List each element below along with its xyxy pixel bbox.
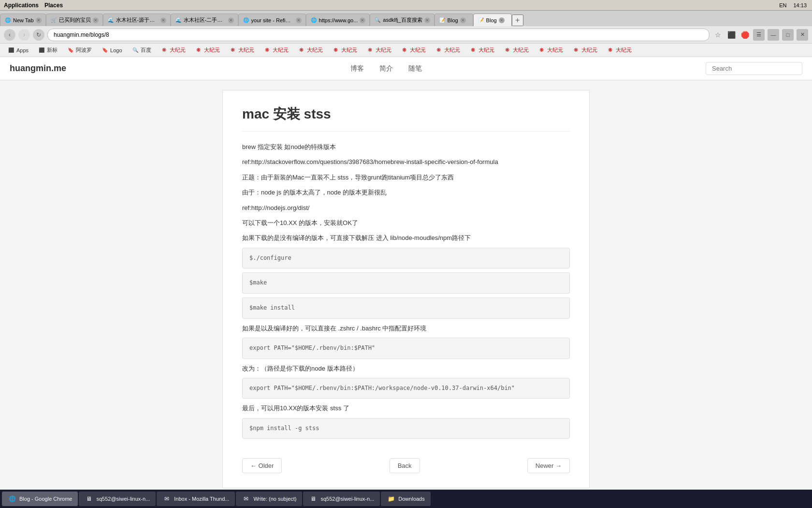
tab-close-icon[interactable]: ✕: [160, 17, 166, 23]
tab-close-icon[interactable]: ✕: [36, 17, 42, 23]
maximize-button[interactable]: □: [782, 29, 794, 41]
older-button[interactable]: ← Older: [242, 458, 282, 473]
tab-blog2[interactable]: 📝 Blog ✕: [473, 14, 512, 26]
taskbar-item-3[interactable]: ✉Write: (no subject): [236, 492, 302, 506]
post-paragraph-path: 改为：（路径是你下载的node 版本路径）: [242, 363, 570, 374]
minimize-button[interactable]: —: [768, 29, 779, 41]
bookmark-item-9[interactable]: ❋大纪元: [294, 45, 327, 55]
tab-close-icon[interactable]: ✕: [93, 17, 99, 23]
bookmark-label: 大纪元: [513, 46, 529, 54]
bookmark-item-16[interactable]: ❋大纪元: [535, 45, 567, 55]
taskbar-icon: 🖥: [309, 494, 318, 503]
tab-shuimucommunity2[interactable]: 🌊 水木社区-二手电... ✕: [171, 14, 238, 26]
bookmark-item-14[interactable]: ❋大纪元: [466, 45, 498, 55]
back-to-list-button[interactable]: Back: [390, 458, 420, 473]
bookmark-item-0[interactable]: ⬛Apps: [4, 46, 32, 55]
tab-close-icon[interactable]: ✕: [296, 17, 302, 23]
forward-button[interactable]: ›: [18, 29, 30, 41]
bookmark-label: 大纪元: [547, 46, 563, 54]
tab-label: 水木社区-二手电...: [184, 16, 226, 24]
bookmark-favicon: ❋: [298, 47, 305, 54]
post-paragraph-mid: 如果是以及编译好的，可以直接在 .zshrc / .bashrc 中指配置好环境: [242, 323, 570, 334]
site-header: huangmin.me 博客简介随笔: [0, 57, 812, 80]
bookmark-star-icon[interactable]: ☆: [712, 30, 723, 40]
bookmark-item-7[interactable]: ❋大纪元: [226, 45, 258, 55]
bookmark-label: 大纪元: [273, 46, 289, 54]
tab-label: your site - Refine...: [251, 17, 294, 23]
nav-link-随笔[interactable]: 随笔: [401, 58, 430, 80]
tab-yoursite[interactable]: 🌐 your site - Refine... ✕: [238, 14, 306, 26]
bookmark-label: 大纪元: [616, 46, 632, 54]
places-menu[interactable]: Places: [44, 2, 63, 9]
url-bar[interactable]: [47, 29, 710, 41]
reload-button[interactable]: ↻: [33, 29, 44, 41]
tab-close-icon[interactable]: ✕: [499, 17, 505, 23]
taskbar-item-2[interactable]: ✉Inbox - Mozilla Thund...: [157, 492, 235, 506]
search-input[interactable]: [706, 62, 802, 75]
bookmark-item-5[interactable]: ❋大纪元: [157, 45, 189, 55]
bookmark-label: 大纪元: [204, 46, 220, 54]
bookmark-item-11[interactable]: ❋大纪元: [363, 45, 395, 55]
taskbar-item-4[interactable]: 🖥sq552@siwei-linux-n...: [303, 492, 380, 506]
bookmark-item-1[interactable]: ⬛新标: [34, 45, 61, 55]
os-topbar-left: Applications Places: [4, 2, 63, 9]
post-paragraph-1: ref:http://stackoverflow.com/questions/3…: [242, 156, 570, 167]
post-paragraph-2: 正题：由于新装的Mac一直装不上 stss，导致grunt跑titanium项目…: [242, 172, 570, 183]
nav-link-博客[interactable]: 博客: [343, 58, 372, 80]
tab-new-tab[interactable]: 🌐 New Tab ✕: [0, 14, 46, 26]
bookmark-item-3[interactable]: 🔖Logo: [98, 46, 126, 55]
bookmark-item-8[interactable]: ❋大纪元: [260, 45, 292, 55]
tab-label: 已买到的宝贝: [59, 16, 91, 24]
tab-shuimucommunity1[interactable]: 🌊 水木社区-源于清... ✕: [103, 14, 171, 26]
post-title: mac 安装 stss: [242, 105, 570, 132]
bookmark-item-12[interactable]: ❋大纪元: [397, 45, 430, 55]
code-block-npm: $npm install -g stss: [242, 418, 570, 439]
tab-close-icon[interactable]: ✕: [424, 17, 430, 23]
os-time: 14:13: [793, 2, 807, 8]
bookmark-label: 大纪元: [410, 46, 426, 54]
tab-baidu-search[interactable]: 🔍 asdklfj_百度搜索 ✕: [370, 14, 434, 26]
tab-label: asdklfj_百度搜索: [383, 16, 422, 24]
tab-taobao[interactable]: 🛒 已买到的宝贝 ✕: [46, 14, 103, 26]
bookmark-item-15[interactable]: ❋大纪元: [500, 45, 533, 55]
close-button[interactable]: ✕: [797, 29, 808, 41]
chrome-menu-button[interactable]: ☰: [753, 29, 765, 41]
tab-close-icon[interactable]: ✕: [228, 17, 234, 23]
taskbar-item-1[interactable]: 🖥sq552@siwei-linux-n...: [79, 492, 156, 506]
taskbar-label: Inbox - Mozilla Thund...: [174, 496, 229, 502]
bookmark-label: 大纪元: [170, 46, 186, 54]
bookmark-item-17[interactable]: ❋大纪元: [569, 45, 601, 55]
bookmark-favicon: ❋: [161, 47, 168, 54]
bookmark-favicon: ⬛: [38, 47, 45, 54]
bookmark-favicon: 🔖: [102, 47, 108, 54]
newer-button[interactable]: Newer →: [527, 458, 570, 473]
taskbar-item-0[interactable]: 🌐Blog - Google Chrome: [2, 492, 78, 506]
bookmark-label: Logo: [110, 47, 122, 53]
adblock-icon[interactable]: 🛑: [740, 30, 750, 40]
bookmark-label: 大纪元: [478, 46, 494, 54]
bookmark-item-13[interactable]: ❋大纪元: [432, 45, 464, 55]
tab-blog1[interactable]: 📝 Blog ✕: [435, 14, 473, 26]
back-button[interactable]: ‹: [4, 29, 15, 41]
tab-favicon: 🌐: [310, 17, 317, 24]
bookmark-item-18[interactable]: ❋大纪元: [603, 45, 636, 55]
address-bar-right: ☆ ⬛ 🛑 ☰ — □ ✕: [712, 29, 808, 41]
bookmark-item-10[interactable]: ❋大纪元: [329, 45, 361, 55]
tab-label: https://www.go...: [319, 17, 358, 23]
tab-favicon: 📝: [478, 17, 484, 24]
taskbar-item-5[interactable]: 📁Downloads: [381, 492, 430, 506]
bookmark-item-4[interactable]: 🔍百度: [128, 45, 155, 55]
bookmark-label: 大纪元: [307, 46, 323, 54]
tab-google[interactable]: 🌐 https://www.go... ✕: [306, 14, 370, 26]
bookmark-item-2[interactable]: 🔖阿波罗: [63, 45, 96, 55]
applications-menu[interactable]: Applications: [4, 2, 39, 9]
extension-icon[interactable]: ⬛: [726, 30, 737, 40]
bookmark-item-6[interactable]: ❋大纪元: [191, 45, 224, 55]
tab-close-icon[interactable]: ✕: [360, 17, 365, 23]
nav-link-简介[interactable]: 简介: [372, 58, 401, 80]
new-tab-button[interactable]: +: [512, 15, 523, 26]
taskbar-icon: 🌐: [8, 494, 16, 503]
site-logo[interactable]: huangmin.me: [10, 63, 66, 74]
tab-close-icon[interactable]: ✕: [460, 17, 466, 23]
tab-favicon: 🌊: [107, 17, 114, 24]
